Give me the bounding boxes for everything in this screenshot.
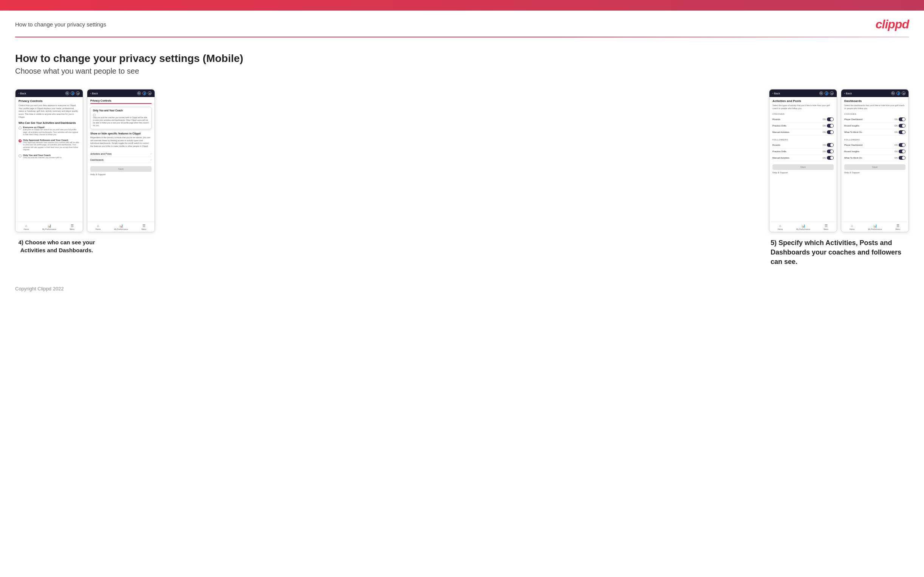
search-icon[interactable]: 🔍 [891,91,895,95]
nav-performance[interactable]: 📊 My Performance [868,224,882,230]
person-icon[interactable]: 👤 [71,91,74,95]
nav-performance[interactable]: 📊 My Performance [114,224,128,230]
search-icon[interactable]: 🔍 [137,91,141,95]
screen3-manual-coaches-label: Manual Activities [772,131,790,133]
page-title: How to change your privacy settings (Mob… [15,53,909,64]
toggle-player-dash-coaches[interactable] [899,118,906,121]
search-icon[interactable]: 🔍 [65,91,69,95]
settings-icon[interactable]: ⚙ [76,91,80,95]
nav-menu[interactable]: ☰ Menu [824,224,829,230]
nav-home[interactable]: ⌂ Home [850,224,855,230]
screen3-manual-followers-on: ON [823,157,826,159]
screen4-what-to-work-coaches-on: ON [895,131,898,133]
left-section: ‹ Back 🔍 👤 ⚙ Privacy Controls Control ho… [15,89,155,254]
chart-icon: 📊 [47,224,52,228]
settings-icon[interactable]: ⚙ [902,91,906,95]
screen3-footer: ⌂ Home 📊 My Performance ☰ Menu [769,222,837,232]
screen3-manual-followers: Manual Activities ON [772,155,834,161]
screen1-back[interactable]: ‹ Back [18,92,26,95]
screen1-icons: 🔍 👤 ⚙ [65,91,80,95]
nav-home[interactable]: ⌂ Home [778,224,783,230]
toggle-manual-followers[interactable] [827,156,834,160]
screen2-body: Privacy Controls Only You and Your Coach… [87,97,155,222]
screen2-activities-item[interactable]: Activities and Posts › [90,151,152,157]
person-icon[interactable]: 👤 [825,91,829,95]
toggle-what-to-work-followers[interactable] [899,156,906,160]
header: How to change your privacy settings clip… [0,11,924,37]
toggle-manual-coaches[interactable] [827,130,834,134]
nav-menu[interactable]: ☰ Menu [142,224,147,230]
chart-icon: 📊 [873,224,877,228]
toggle-drills-followers[interactable] [827,150,834,153]
option-approved[interactable]: Only Approved Followers and Your Coach O… [18,139,80,151]
screen3-followers-label: FOLLOWERS [772,139,834,141]
option-coach-only-desc: Only you and the coaches you connect wit… [23,156,61,159]
screen4-round-insights-followers-label: Round Insights [844,150,859,153]
nav-menu-label: Menu [896,228,901,230]
popover-title: Only You and Your Coach [93,109,149,112]
toggle-round-insights-followers[interactable] [899,150,906,153]
nav-menu[interactable]: ☰ Menu [70,224,75,230]
screen2-back[interactable]: ‹ Back [90,92,98,95]
screen4-coaches-label: COACHES [844,113,906,115]
chevron-right-icon: › [150,152,152,156]
screen4-round-insights-coaches-label: Round Insights [844,125,859,127]
screen4-player-dash-coaches: Player Dashboard ON [844,116,906,123]
screen4-player-dash-followers-label: Player Dashboard [844,144,863,146]
nav-home[interactable]: ⌂ Home [95,224,100,230]
screen3-drills-coaches: Practice Drills ON [772,123,834,129]
nav-home[interactable]: ⌂ Home [24,224,29,230]
nav-menu-label: Menu [70,228,75,230]
popover-radio-circle [93,114,95,116]
radio-approved [18,139,21,142]
option-coach-only[interactable]: Only You and Your Coach Only you and the… [18,154,80,159]
screen3-rounds-followers-label: Rounds [772,144,780,146]
toggle-round-insights-coaches[interactable] [899,124,906,127]
screen1-footer: ⌂ Home 📊 My Performance ☰ Menu [16,222,83,232]
settings-icon[interactable]: ⚙ [148,91,152,95]
toggle-rounds-coaches[interactable] [827,118,834,121]
screenshot-pair-right: ‹ Back 🔍 👤 ⚙ Activities and Posts Select… [769,89,909,232]
chevron-left-icon: ‹ [18,92,19,95]
option-everyone-desc: Everyone on Clippd can search for you an… [23,128,80,136]
settings-icon[interactable]: ⚙ [830,91,834,95]
screen3-icons: 🔍 👤 ⚙ [819,91,834,95]
screen3-save-btn[interactable]: Save [772,164,834,170]
screen2-dashboards-item[interactable]: Dashboards › [90,157,152,163]
screen2-save-btn[interactable]: Save [90,166,152,172]
top-bar [0,0,924,11]
screen4-player-dash-coaches-label: Player Dashboard [844,118,863,121]
person-icon[interactable]: 👤 [142,91,146,95]
nav-menu[interactable]: ☰ Menu [896,224,901,230]
screen1-desc: Control how you and your data appears to… [18,104,80,119]
option-everyone[interactable]: Everyone on Clippd Everyone on Clippd ca… [18,126,80,136]
nav-performance-label: My Performance [796,228,810,230]
popover-radio [93,113,149,116]
screen4-back[interactable]: ‹ Back [844,92,852,95]
nav-home-label: Home [850,228,855,230]
toggle-player-dash-followers[interactable] [899,143,906,147]
right-section: ‹ Back 🔍 👤 ⚙ Activities and Posts Select… [769,89,909,267]
nav-performance[interactable]: 📊 My Performance [42,224,56,230]
toggle-what-to-work-coaches[interactable] [899,130,906,134]
screen4-what-to-work-coaches-label: What To Work On [844,131,862,133]
chevron-left-icon: ‹ [772,92,773,95]
screen2-tab[interactable]: Privacy Controls [90,99,152,103]
home-icon: ⌂ [25,224,27,228]
screen4-round-insights-coaches-on: ON [895,125,898,127]
screen3-help-label: Help & Support [772,171,834,174]
search-icon[interactable]: 🔍 [819,91,823,95]
toggle-drills-coaches[interactable] [827,124,834,127]
screen4-footer: ⌂ Home 📊 My Performance ☰ Menu [841,222,908,232]
nav-performance[interactable]: 📊 My Performance [796,224,810,230]
page-subtitle: Choose what you want people to see [15,67,909,76]
toggle-rounds-followers[interactable] [827,143,834,147]
nav-home-label: Home [778,228,783,230]
screen4-header: ‹ Back 🔍 👤 ⚙ [841,90,908,97]
screen4-frame: ‹ Back 🔍 👤 ⚙ Dashboards Select the dashb… [841,89,909,232]
screen4-subtitle: Select the dashboards that you'd like to… [844,104,906,110]
person-icon[interactable]: 👤 [897,91,900,95]
screen3-back[interactable]: ‹ Back [772,92,780,95]
screen4-save-btn[interactable]: Save [844,164,906,170]
screen3-subtitle: Select the types of activity that you'd … [772,104,834,110]
